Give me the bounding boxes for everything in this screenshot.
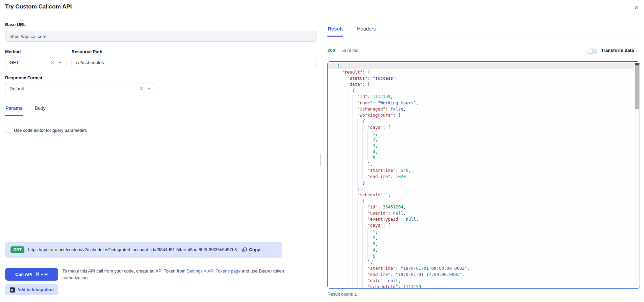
- resource-path-label: Resource Path: [72, 49, 102, 54]
- response-tabs: Result Headers: [327, 25, 641, 37]
- call-api-label: Call API: [15, 272, 33, 277]
- method-select-value: GET: [9, 60, 50, 65]
- transform-data-toggle[interactable]: [587, 48, 598, 54]
- status-code: 200: [327, 48, 335, 53]
- base-url-input[interactable]: [5, 31, 317, 42]
- copy-button[interactable]: Copy: [242, 247, 260, 253]
- response-json-viewer[interactable]: { "result": { "status": "success", "data…: [327, 61, 640, 289]
- response-json-code: { "result": { "status": "success", "data…: [328, 62, 634, 288]
- panel-resize-handle[interactable]: [320, 154, 322, 166]
- response-duration: 5678 ms: [341, 48, 358, 53]
- scrollbar-track[interactable]: [634, 62, 639, 288]
- response-format-select[interactable]: Default: [5, 83, 155, 94]
- resource-path-input[interactable]: [72, 57, 317, 68]
- chevron-down-icon[interactable]: [146, 86, 152, 92]
- tab-body[interactable]: Body: [35, 104, 46, 116]
- call-api-button[interactable]: Call API ⌘ + ↵: [5, 268, 58, 281]
- tab-headers[interactable]: Headers: [357, 25, 376, 37]
- response-format-select-value: Default: [9, 86, 139, 91]
- code-editor-checkbox-label: Use code editor for query parameters: [14, 128, 87, 133]
- method-label: Method: [5, 49, 21, 54]
- clear-icon[interactable]: [139, 86, 144, 92]
- api-token-hint: To make this API call from your code, cr…: [62, 268, 305, 281]
- base-url-label: Base URL: [5, 22, 26, 27]
- method-select[interactable]: GET: [5, 57, 66, 68]
- hint-text-before: To make this API call from your code, cr…: [62, 268, 187, 274]
- close-icon[interactable]: ✕: [632, 3, 641, 12]
- status-separator: ·: [338, 48, 339, 53]
- call-api-shortcut: ⌘ + ↵: [35, 272, 48, 277]
- api-tokens-page-link[interactable]: Settings > API Tokens page: [187, 268, 241, 274]
- add-to-integration-button[interactable]: ▶ Add to Integration: [5, 284, 58, 295]
- copy-icon: [242, 247, 247, 253]
- tab-result[interactable]: Result: [327, 25, 343, 37]
- request-tabs: Params Body: [5, 104, 317, 116]
- request-url-preview: GET https://api.truto.one/custom/v2/sche…: [5, 242, 282, 258]
- response-status-row: 200 · 5678 ms: [327, 48, 358, 53]
- copy-label: Copy: [249, 247, 260, 252]
- request-url: https://api.truto.one/custom/v2/schedule…: [28, 247, 237, 252]
- add-to-integration-label: Add to Integration: [17, 287, 54, 292]
- chevron-down-icon[interactable]: [57, 60, 63, 65]
- scrollbar-thumb[interactable]: [635, 65, 639, 109]
- scrollbar-marker: [635, 63, 639, 65]
- clear-icon[interactable]: [50, 60, 55, 65]
- response-format-label: Response Format: [5, 75, 42, 80]
- play-icon: ▶: [10, 287, 15, 293]
- code-editor-checkbox[interactable]: [5, 127, 11, 133]
- tab-params[interactable]: Params: [5, 104, 23, 116]
- method-badge: GET: [11, 246, 24, 253]
- transform-data-label: Transform data: [601, 48, 634, 53]
- result-count: Result count: 1: [327, 291, 357, 297]
- page-title: Try Custom Cal.com API: [5, 3, 72, 10]
